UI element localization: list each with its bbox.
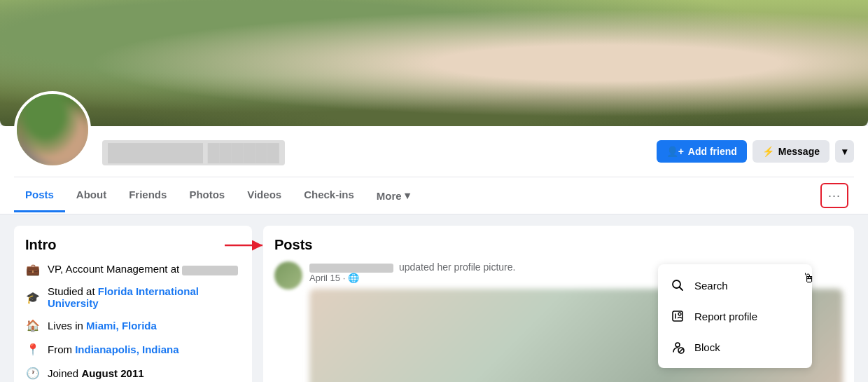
intro-joined: 🕐 Joined August 2011 (25, 365, 241, 381)
post-avatar (274, 261, 302, 289)
profile-name-area: ████████ ██████ (102, 140, 657, 168)
tab-more[interactable]: More ▾ (365, 179, 421, 212)
svg-point-7 (676, 343, 680, 347)
tab-videos[interactable]: Videos (236, 179, 293, 212)
more-actions-button[interactable]: ▾ (835, 140, 854, 163)
search-icon (669, 277, 686, 294)
dropdown-search-item[interactable]: Search 🖱 (658, 270, 812, 301)
message-button[interactable]: ⚡ Message (752, 140, 830, 163)
cursor-hand-icon: 🖱 (803, 271, 816, 286)
graduation-icon: 🎓 (25, 289, 41, 305)
tab-photos[interactable]: Photos (178, 179, 236, 212)
svg-line-9 (679, 348, 683, 353)
profile-section: ████████ ██████ 👤+ Add friend ⚡ Message … (0, 126, 868, 214)
dropdown-menu: Search 🖱 Report profile (658, 264, 812, 368)
messenger-icon: ⚡ (762, 146, 774, 157)
cover-photo (0, 0, 868, 126)
nav-dots-button[interactable]: ··· (820, 183, 848, 208)
dropdown-block-item[interactable]: Block (658, 332, 812, 362)
tab-checkins[interactable]: Check-ins (293, 179, 365, 212)
clock-icon: 🕐 (25, 365, 41, 381)
avatar (14, 91, 91, 168)
report-profile-icon (669, 308, 686, 325)
add-friend-icon: 👤+ (666, 146, 684, 157)
svg-line-3 (680, 287, 683, 291)
intro-education: 🎓 Studied at Florida International Unive… (25, 285, 241, 309)
profile-name: ████████ ██████ (102, 140, 285, 165)
tab-about[interactable]: About (65, 179, 118, 212)
briefcase-icon: 💼 (25, 261, 41, 277)
chevron-down-icon: ▾ (405, 189, 410, 202)
intro-from: 📍 From Indianapolis, Indiana (25, 341, 241, 357)
add-friend-button[interactable]: 👤+ Add friend (657, 140, 747, 163)
location-pin-icon: 📍 (25, 341, 41, 357)
dropdown-report-item[interactable]: Report profile (658, 301, 812, 332)
intro-panel: Intro 💼 VP, Account Management at 🎓 Stud… (14, 226, 252, 382)
tab-friends[interactable]: Friends (118, 179, 178, 212)
posts-panel: Posts updated her profile picture. April… (263, 226, 854, 382)
posts-title: Posts (274, 237, 843, 253)
home-icon: 🏠 (25, 318, 41, 333)
profile-actions: 👤+ Add friend ⚡ Message ▾ (657, 140, 854, 168)
intro-title: Intro (25, 237, 241, 253)
svg-point-6 (678, 313, 681, 315)
intro-lives: 🏠 Lives in Miami, Florida (25, 318, 241, 333)
block-icon (669, 339, 686, 355)
intro-job: 💼 VP, Account Management at (25, 261, 241, 277)
tab-posts[interactable]: Posts (14, 179, 65, 212)
profile-nav-tabs: Posts About Friends Photos Videos Check-… (14, 177, 854, 214)
main-content: Intro 💼 VP, Account Management at 🎓 Stud… (0, 214, 868, 382)
arrow-indicator (225, 238, 267, 252)
